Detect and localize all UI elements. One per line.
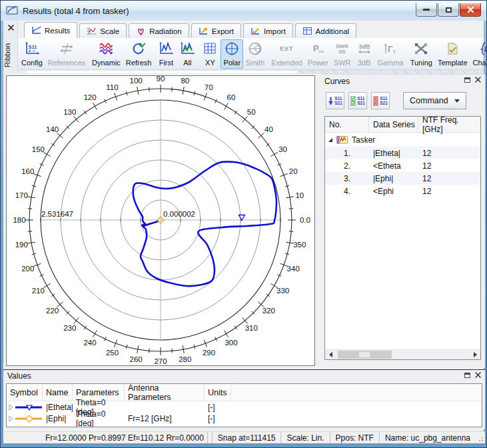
horizontal-scrollbar[interactable] [325, 349, 480, 359]
tab-additional[interactable]: Additional [295, 23, 357, 38]
tab-radiation[interactable]: Radiation [129, 23, 189, 38]
close-button[interactable] [460, 3, 481, 17]
svg-text:120: 120 [83, 93, 96, 101]
toolbar-button-swr[interactable]: SWRGDSWR [331, 39, 354, 69]
s11s21-add-button[interactable]: S11S21 [326, 92, 344, 109]
svg-text:340: 340 [287, 265, 300, 273]
column-header-antenna-parameters[interactable]: Antenna Parameters [125, 384, 205, 401]
s11s21-remove-button[interactable]: S11S21 [371, 92, 390, 109]
toolbar-button-smith[interactable]: Smith [243, 39, 267, 69]
column-header-units[interactable]: Units [205, 384, 231, 401]
toolbar-button-refresh[interactable]: Refresh [123, 39, 155, 69]
toolbar-button-first[interactable]: First [155, 39, 177, 69]
restore-button[interactable] [438, 3, 459, 17]
first-icon [158, 41, 174, 56]
minimize-icon [423, 9, 430, 11]
minimize-button[interactable] [416, 3, 437, 17]
tasker-group-icon [336, 135, 348, 145]
s-param-label: S11 [357, 96, 365, 101]
tab-scale[interactable]: Scale [79, 23, 127, 38]
svg-text:60: 60 [227, 93, 236, 101]
toolbar-button-change[interactable]: EChange [470, 39, 487, 69]
chevron-right-icon [474, 352, 477, 357]
curves-panel: Curves S11S21S11S21S11S21Command No. Dat… [320, 74, 485, 368]
toolbar-button-all[interactable]: All [177, 39, 198, 69]
scroll-left-button[interactable] [325, 350, 336, 359]
svg-text:30: 30 [278, 145, 287, 153]
svg-text:140: 140 [46, 125, 59, 133]
float-panel-icon[interactable] [464, 373, 470, 378]
tree-group-row-tasker[interactable]: Tasker [325, 133, 480, 147]
status-snap: Snap at=111415 [212, 432, 281, 443]
application-window: Results (total 4 from tasker) Ribbon Res… [0, 0, 487, 448]
toolbar-button-label: Smith [246, 59, 264, 67]
resize-grip[interactable] [476, 432, 485, 443]
svg-text:150: 150 [32, 145, 45, 153]
float-panel-icon[interactable] [464, 77, 470, 83]
tab-import[interactable]: Import [243, 23, 293, 38]
toolbar-button-xy[interactable]: XY [199, 39, 221, 69]
import-tab-icon [250, 27, 260, 35]
toolbar-button-references[interactable]: References [45, 39, 88, 69]
polar-plot-panel[interactable]: 0.01020304050607080901001101201301401501… [6, 75, 315, 366]
status-ppos: Ppos: NTF [330, 432, 379, 443]
column-header-ntf-freq[interactable]: NTF Freq. [GHz] [418, 117, 480, 132]
chevron-left-icon [329, 352, 332, 357]
config-icon: S11+ − [24, 41, 40, 56]
cell-freq: 12 [418, 149, 480, 158]
close-panel-icon[interactable] [475, 372, 481, 378]
cell-parameters: Theta=0 [deg] [73, 409, 125, 428]
ribbon-strip: Ribbon [3, 21, 18, 74]
toolbar-button-tuning[interactable]: Tuning [408, 39, 435, 69]
svg-text:260: 260 [130, 355, 143, 363]
column-header-data-series[interactable]: Data Series [369, 117, 418, 132]
column-header-name[interactable]: Name [43, 384, 73, 401]
column-header-no[interactable]: No. [325, 117, 369, 132]
s11s21-check-icon [350, 96, 356, 106]
window-title: Results (total 4 from tasker) [23, 6, 129, 16]
s11s21-check-button[interactable]: S11S21 [348, 92, 367, 109]
cell-no: 4. [325, 187, 369, 196]
toolbar-button-extended[interactable]: EXTExtended [268, 39, 304, 69]
toolbar-button-label: References [48, 59, 85, 67]
all-icon [179, 41, 195, 56]
toolbar-button-polar[interactable]: Polar [221, 39, 243, 69]
column-header-spacer [231, 384, 482, 401]
toolbar-button-power[interactable]: PbalPower [305, 39, 331, 69]
column-header-symbol[interactable]: Symbol [7, 384, 43, 401]
toolbar-button-config[interactable]: S11+ −Config [19, 39, 45, 69]
toolbar-button-dynamic[interactable]: Dynamic [89, 39, 123, 69]
cell-name: |Etheta| [43, 403, 73, 412]
curves-panel-titlebar: Curves [320, 75, 485, 88]
curve-row-2[interactable]: 2.<Etheta12 [325, 159, 480, 172]
svg-text:250: 250 [106, 349, 119, 357]
close-panel-icon[interactable] [475, 77, 481, 83]
curve-row-1[interactable]: 1.|Etheta|12 [325, 147, 480, 159]
curve-row-3[interactable]: 3.|Ephi|12 [325, 172, 480, 185]
toolbar-button-label: Extended [271, 59, 302, 67]
tab-export[interactable]: Export [191, 23, 241, 38]
scrollbar-thumb[interactable] [338, 351, 392, 359]
command-dropdown-button[interactable]: Command [403, 92, 466, 109]
svg-text:GD: GD [338, 49, 346, 54]
toolbar-button-template[interactable]: Template [435, 39, 470, 69]
values-row-2[interactable]: |Ephi|Theta=0 [deg]Fr=12 [GHz][-] [7, 413, 482, 424]
polar-icon [224, 41, 240, 56]
toolbar-button-3db[interactable]: 3dB3dB [354, 39, 375, 69]
tree-expander-collapsed-icon[interactable] [9, 404, 13, 411]
svg-text:10: 10 [295, 191, 304, 199]
svg-text:270: 270 [154, 357, 167, 365]
tree-expander-collapsed-icon[interactable] [9, 415, 13, 422]
cell-antenna_parameters: Fr=12 [GHz] [125, 414, 205, 423]
polar-chart[interactable]: 0.01020304050607080901001101201301401501… [7, 76, 314, 365]
toolbar-button-gamma[interactable]: ΓKGamma [375, 39, 406, 69]
svg-text:200: 200 [21, 265, 34, 273]
s-param-label: S11 [380, 96, 388, 101]
smith-icon [247, 41, 263, 56]
toolbar-button-label: Template [438, 59, 468, 67]
scroll-right-button[interactable] [470, 350, 480, 359]
ribbon-scroll-bar[interactable] [26, 71, 298, 73]
tab-results[interactable]: Results [24, 22, 77, 38]
tree-expander-expanded-icon[interactable] [328, 137, 333, 143]
curve-row-4[interactable]: 4.<Ephi12 [325, 185, 480, 197]
